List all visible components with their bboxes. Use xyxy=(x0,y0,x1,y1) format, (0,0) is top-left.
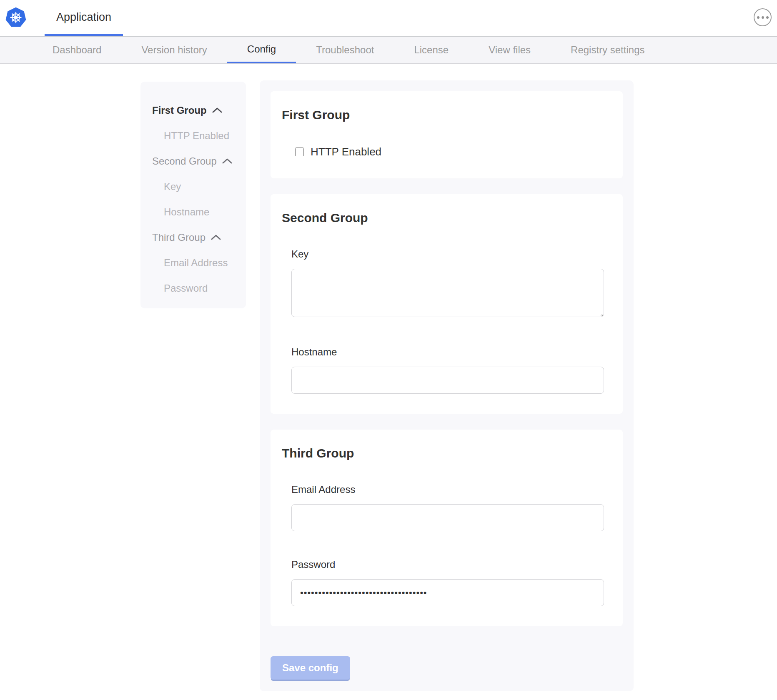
http-enabled-checkbox-row[interactable]: HTTP Enabled xyxy=(295,145,604,158)
field-key: Key xyxy=(291,248,604,319)
tab-dashboard[interactable]: Dashboard xyxy=(33,37,121,63)
field-email-address: Email Address xyxy=(291,484,604,531)
sidebar-item-hostname[interactable]: Hostname xyxy=(140,199,246,225)
nav-tabbar: Dashboard Version history Config Trouble… xyxy=(0,37,777,64)
field-label-password: Password xyxy=(291,559,604,570)
group-title: Third Group xyxy=(282,446,604,460)
tab-troubleshoot[interactable]: Troubleshoot xyxy=(296,37,394,63)
config-group-card-second: Second Group Key Hostname xyxy=(271,194,623,414)
save-config-button[interactable]: Save config xyxy=(271,656,350,680)
group-title: First Group xyxy=(282,108,604,122)
app-header: Application xyxy=(0,0,777,37)
sidebar-group-label: Second Group xyxy=(152,155,217,167)
field-password: Password xyxy=(291,559,604,606)
sidebar-group-second-group[interactable]: Second Group xyxy=(140,148,246,174)
sidebar-group-third-group[interactable]: Third Group xyxy=(140,225,246,250)
http-enabled-checkbox[interactable] xyxy=(295,148,304,156)
tab-registry-settings[interactable]: Registry settings xyxy=(551,37,664,63)
checkbox-label: HTTP Enabled xyxy=(311,145,381,158)
config-group-card-first: First Group HTTP Enabled xyxy=(271,91,623,178)
ellipsis-icon xyxy=(757,16,759,19)
chevron-up-icon xyxy=(211,235,221,240)
sidebar-item-http-enabled[interactable]: HTTP Enabled xyxy=(140,123,246,148)
field-label-email-address: Email Address xyxy=(291,484,604,495)
field-label-key: Key xyxy=(291,248,604,260)
field-hostname: Hostname xyxy=(291,346,604,394)
password-input[interactable] xyxy=(291,579,604,606)
tab-license[interactable]: License xyxy=(394,37,469,63)
tab-config[interactable]: Config xyxy=(227,37,296,63)
chevron-up-icon xyxy=(222,158,232,164)
key-textarea[interactable] xyxy=(291,269,604,317)
sidebar-group-first-group[interactable]: First Group xyxy=(140,98,246,123)
config-form-area: First Group HTTP Enabled Second Group Ke… xyxy=(260,80,634,691)
group-title: Second Group xyxy=(282,211,604,225)
config-sidebar: First Group HTTP Enabled Second Group Ke… xyxy=(140,82,246,308)
sidebar-item-key[interactable]: Key xyxy=(140,174,246,199)
email-address-input[interactable] xyxy=(291,504,604,531)
app-tab-application[interactable]: Application xyxy=(45,0,123,36)
tab-view-files[interactable]: View files xyxy=(469,37,551,63)
hostname-input[interactable] xyxy=(291,367,604,394)
sidebar-item-password[interactable]: Password xyxy=(140,275,246,301)
sidebar-group-label: Third Group xyxy=(152,232,206,243)
field-label-hostname: Hostname xyxy=(291,346,604,358)
config-group-card-third: Third Group Email Address Password xyxy=(271,430,623,626)
config-page: First Group HTTP Enabled Second Group Ke… xyxy=(0,64,777,700)
kubernetes-logo-icon xyxy=(5,6,26,29)
sidebar-group-label: First Group xyxy=(152,105,207,116)
tab-version-history[interactable]: Version history xyxy=(121,37,227,63)
chevron-up-icon xyxy=(212,108,222,113)
sidebar-item-email-address[interactable]: Email Address xyxy=(140,250,246,275)
overflow-menu-button[interactable] xyxy=(754,8,772,26)
